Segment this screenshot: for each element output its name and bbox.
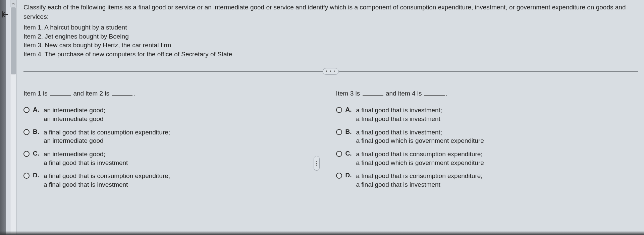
radio-button[interactable]	[23, 151, 30, 157]
item-1: Item 1. A haircut bought by a student	[23, 23, 638, 32]
radio-button[interactable]	[23, 173, 30, 179]
column-expand-pill[interactable]	[314, 156, 320, 171]
q1-stem: Item 1 is and item 2 is .	[23, 89, 316, 97]
q2-option-d[interactable]: D. a final good that is consumption expe…	[336, 172, 628, 189]
option-text: a final good that is consumption expendi…	[356, 172, 483, 189]
option-letter: A.	[345, 106, 353, 113]
radio-button[interactable]	[23, 107, 30, 113]
q2-stem-part-c: .	[446, 90, 447, 97]
question-prompt: Classify each of the following items as …	[23, 3, 638, 21]
q2-blank-2	[424, 89, 445, 96]
q2-blank-1	[363, 89, 383, 96]
q2-stem: Item 3 is and item 4 is .	[336, 89, 628, 97]
q2-options: A. a final good that is investment;a fin…	[336, 106, 628, 189]
q2-option-a[interactable]: A. a final good that is investment;a fin…	[336, 106, 628, 123]
radio-button[interactable]	[336, 173, 342, 179]
q1-option-b[interactable]: B. a final good that is consumption expe…	[23, 128, 316, 145]
q1-blank-2	[112, 89, 132, 96]
option-text: an intermediate good;an intermediate goo…	[44, 106, 105, 123]
q1-option-c[interactable]: C. an intermediate good;a final good tha…	[23, 150, 316, 167]
vertical-scrollbar[interactable]	[10, 0, 17, 235]
option-text: a final good that is consumption expendi…	[44, 172, 170, 189]
back-button[interactable]	[0, 9, 10, 19]
q2-option-c[interactable]: C. a final good that is consumption expe…	[336, 150, 628, 167]
option-text: a final good that is consumption expendi…	[44, 128, 170, 145]
option-text: an intermediate good;a final good that i…	[44, 150, 128, 167]
q1-stem-part-c: .	[133, 90, 135, 97]
radio-button[interactable]	[336, 107, 342, 113]
option-text: a final good that is investment;a final …	[356, 106, 442, 123]
bottom-shadow	[0, 231, 644, 235]
item-3: Item 3. New cars bought by Hertz, the ca…	[23, 41, 638, 50]
option-letter: A.	[33, 106, 40, 113]
question-content: Classify each of the following items as …	[21, 0, 644, 189]
q2-stem-part-a: Item 3 is	[336, 90, 360, 97]
answers-row: Item 1 is and item 2 is . A. an intermed…	[23, 89, 638, 189]
section-divider: • • •	[23, 68, 638, 75]
item-4: Item 4. The purchase of new computers fo…	[23, 50, 638, 59]
question-2-column: Item 3 is and item 4 is . A. a final goo…	[323, 89, 638, 189]
q1-blank-1	[50, 89, 71, 96]
question-1-column: Item 1 is and item 2 is . A. an intermed…	[23, 89, 326, 189]
q1-stem-part-b: and item 2 is	[73, 90, 109, 97]
radio-button[interactable]	[336, 151, 342, 157]
option-letter: C.	[33, 150, 40, 157]
option-letter: D.	[345, 172, 353, 179]
option-letter: B.	[33, 128, 40, 135]
chevron-up-icon	[12, 2, 15, 5]
q1-options: A. an intermediate good;an intermediate …	[23, 106, 316, 189]
q1-option-d[interactable]: D. a final good that is consumption expe…	[23, 172, 316, 189]
option-letter: B.	[345, 128, 353, 135]
q2-option-b[interactable]: B. a final good that is investment;a fin…	[336, 128, 628, 145]
scroll-thumb[interactable]	[11, 7, 16, 74]
arrow-left-bar-icon	[1, 10, 9, 18]
q2-stem-part-b: and item 4 is	[386, 90, 422, 97]
window-edge	[0, 0, 6, 235]
option-letter: C.	[345, 150, 353, 157]
option-text: a final good that is investment;a final …	[356, 128, 484, 145]
expand-pill[interactable]: • • •	[323, 68, 339, 75]
item-2: Item 2. Jet engines bought by Boeing	[23, 32, 638, 41]
q1-option-a[interactable]: A. an intermediate good;an intermediate …	[23, 106, 316, 123]
q1-stem-part-a: Item 1 is	[23, 90, 48, 97]
vertical-dots-icon	[316, 161, 317, 166]
option-letter: D.	[33, 172, 40, 179]
radio-button[interactable]	[336, 129, 342, 135]
radio-button[interactable]	[23, 129, 30, 135]
option-text: a final good that is consumption expendi…	[356, 150, 484, 167]
item-list: Item 1. A haircut bought by a student It…	[23, 23, 638, 59]
scroll-up-button[interactable]	[10, 0, 16, 7]
